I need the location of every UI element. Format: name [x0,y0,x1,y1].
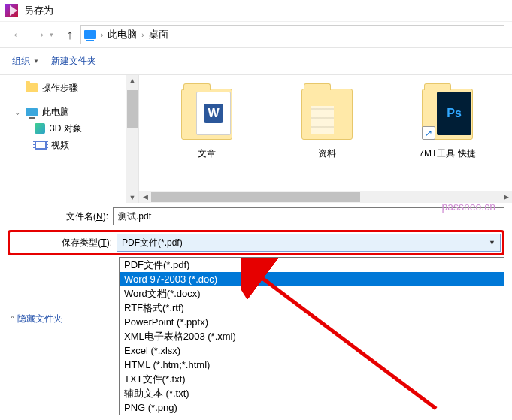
nav-row: ← → ▾ ↑ › 此电脑 › 桌面 [0,21,512,48]
photoshop-icon: Ps [437,92,471,135]
scroll-up-icon[interactable]: ▲ [129,75,136,86]
tree-label: 3D 对象 [50,122,82,135]
scroll-thumb[interactable] [151,192,360,202]
nav-tree[interactable]: 操作步骤 ⌄ 此电脑 3D 对象 视频 ▲ ▼ [0,75,139,203]
breadcrumb-root[interactable]: 此电脑 [108,28,137,41]
file-label: 文章 [198,147,216,160]
file-item[interactable]: W 文章 [169,84,244,160]
option-doc[interactable]: Word 97-2003 (*.doc) [120,272,504,286]
video-icon [35,141,47,150]
tree-label: 此电脑 [42,106,69,119]
tree-node-video[interactable]: 视频 [23,137,138,153]
pc-icon [84,30,96,39]
scroll-left-icon[interactable]: ◀ [139,193,151,201]
back-button[interactable]: ← [8,24,29,45]
option-aux-txt[interactable]: 辅助文本 (*.txt) [120,386,504,400]
savetype-highlight: 保存类型(T): PDF文件(*.pdf) ▼ [8,230,504,255]
option-xlsx[interactable]: Excel (*.xlsx) [120,343,504,358]
file-label: 7MT工具 快捷 [419,147,475,160]
option-pptx[interactable]: PowerPoint (*.pptx) [120,315,504,329]
file-item[interactable]: Ps ↗ 7MT工具 快捷 [410,84,485,160]
scroll-thumb[interactable] [127,90,138,128]
tree-label: 视频 [51,139,69,152]
option-pdf[interactable]: PDF文件(*.pdf) [120,258,504,272]
option-xml[interactable]: XML电子表格2003 (*.xml) [120,329,504,343]
chevron-right-icon: › [141,31,144,39]
folder-thumb: W [177,84,237,144]
chevron-down-icon: ▼ [489,239,495,246]
new-folder-label: 新建文件夹 [51,55,96,68]
forward-button[interactable]: → [29,24,50,45]
file-item[interactable]: 资料 [289,84,365,160]
3d-icon [35,123,45,134]
savetype-dropdown[interactable]: PDF文件(*.pdf) Word 97-2003 (*.doc) Word文档… [119,257,504,415]
history-dropdown-icon[interactable]: ▾ [50,31,53,38]
folder-icon [26,83,38,92]
option-txt[interactable]: TXT文件(*.txt) [120,372,504,386]
savetype-label: 保存类型(T): [11,237,117,249]
up-button[interactable]: ↑ [59,24,80,45]
address-bar[interactable]: › 此电脑 › 桌面 [80,25,504,44]
app-icon [5,4,18,17]
option-html[interactable]: HTML (*.htm;*.html) [120,358,504,372]
folder-thumb: Ps ↗ [417,84,477,144]
filename-label: 文件名(N): [8,210,113,223]
pc-icon [26,108,38,116]
watermark: passneo.cn [441,201,495,213]
hide-folders-label: 隐藏文件夹 [17,313,62,325]
tree-node-pc[interactable]: ⌄ 此电脑 [14,104,138,120]
scroll-down-icon[interactable]: ▼ [129,192,136,203]
tree-node-3d[interactable]: 3D 对象 [23,120,138,137]
chevron-right-icon: › [101,31,103,39]
new-folder-button[interactable]: 新建文件夹 [48,53,99,69]
option-docx[interactable]: Word文档(*.docx) [120,286,504,301]
filename-row: 文件名(N): 测试.pdf [8,207,504,225]
title-bar: 另存为 [0,0,512,21]
folder-thumb [297,84,357,144]
bottom-panel: 文件名(N): 测试.pdf 保存类型(T): PDF文件(*.pdf) ▼ P… [0,203,512,255]
shortcut-icon: ↗ [422,126,435,140]
toolbar: 组织 ▼ 新建文件夹 [0,48,512,75]
tree-node-steps[interactable]: 操作步骤 [14,80,138,96]
savetype-row: 保存类型(T): PDF文件(*.pdf) ▼ [11,234,501,252]
organize-label: 组织 [12,55,30,68]
organize-button[interactable]: 组织 ▼ [9,53,42,69]
tree-label: 操作步骤 [42,82,78,95]
option-png[interactable]: PNG (*.png) [120,400,504,415]
option-rtf[interactable]: RTF格式(*.rtf) [120,301,504,315]
file-pane[interactable]: W 文章 资料 Ps ↗ 7MT工具 快捷 ◀ ▶ [139,75,512,203]
savetype-combobox[interactable]: PDF文件(*.pdf) ▼ [117,234,501,252]
file-label: 资料 [318,147,336,160]
breadcrumb-folder[interactable]: 桌面 [149,28,168,41]
window-title: 另存为 [24,4,53,17]
word-icon: W [204,104,223,123]
scroll-right-icon[interactable]: ▶ [500,193,512,201]
collapse-icon[interactable]: ⌄ [14,108,21,116]
savetype-value: PDF文件(*.pdf) [122,237,183,249]
dialog-body: 操作步骤 ⌄ 此电脑 3D 对象 视频 ▲ ▼ [0,75,512,203]
hide-folders-button[interactable]: ˄ 隐藏文件夹 [11,313,62,325]
chevron-down-icon: ▼ [33,58,39,65]
chevron-up-icon: ˄ [11,315,14,323]
tree-scrollbar[interactable]: ▲ ▼ [126,75,138,203]
